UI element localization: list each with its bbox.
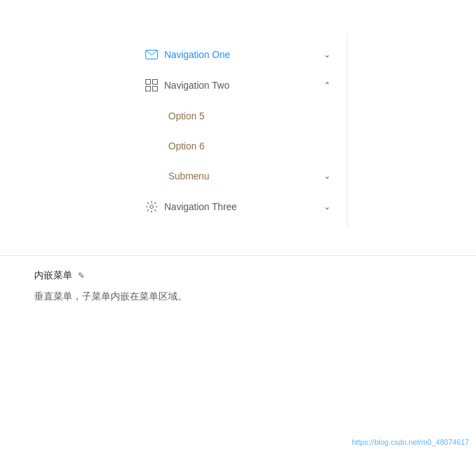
option-6-label: Option 6 bbox=[169, 141, 331, 151]
option-5-label: Option 5 bbox=[169, 111, 331, 121]
svg-rect-4 bbox=[152, 87, 157, 91]
nav-two-chevron: ⌃ bbox=[324, 81, 331, 90]
svg-rect-2 bbox=[152, 80, 157, 85]
submenu-label: Submenu bbox=[169, 171, 324, 181]
nav-three-label: Navigation Three bbox=[165, 201, 324, 212]
svg-rect-1 bbox=[145, 80, 150, 85]
gear-icon bbox=[145, 201, 158, 213]
nav-one-label: Navigation One bbox=[165, 49, 324, 60]
demo-area: Navigation One ⌄ Navigation Two ⌃ bbox=[0, 20, 476, 242]
grid-icon bbox=[145, 79, 158, 91]
nav-three-item[interactable]: Navigation Three ⌄ bbox=[129, 191, 347, 222]
page-container: Navigation One ⌄ Navigation Two ⌃ bbox=[0, 0, 476, 453]
nav-three-chevron: ⌄ bbox=[324, 202, 331, 211]
description-title: 内嵌菜单 ✎ bbox=[34, 269, 442, 282]
description-area: 内嵌菜单 ✎ 垂直菜单，子菜单内嵌在菜单区域。 bbox=[0, 256, 476, 317]
nav-one-chevron: ⌄ bbox=[324, 50, 331, 59]
submenu-item[interactable]: Submenu ⌄ bbox=[129, 161, 347, 191]
nav-two-item[interactable]: Navigation Two ⌃ bbox=[129, 70, 347, 101]
nav-one-item[interactable]: Navigation One ⌄ bbox=[129, 40, 347, 70]
submenu-chevron: ⌄ bbox=[324, 171, 331, 181]
svg-point-5 bbox=[150, 205, 153, 209]
mail-icon bbox=[145, 50, 158, 59]
nav-two-submenu: Option 5 Option 6 Submenu ⌄ bbox=[129, 101, 347, 191]
option-5-item[interactable]: Option 5 bbox=[129, 101, 347, 131]
svg-rect-3 bbox=[145, 87, 150, 91]
description-text: 垂直菜单，子菜单内嵌在菜单区域。 bbox=[34, 289, 442, 304]
description-title-text: 内嵌菜单 bbox=[34, 269, 72, 282]
option-6-item[interactable]: Option 6 bbox=[129, 131, 347, 161]
watermark: https://blog.csdn.net/m0_48074617 bbox=[352, 438, 469, 446]
nav-two-label: Navigation Two bbox=[165, 80, 324, 91]
edit-icon[interactable]: ✎ bbox=[78, 271, 85, 280]
menu-container: Navigation One ⌄ Navigation Two ⌃ bbox=[129, 34, 348, 228]
